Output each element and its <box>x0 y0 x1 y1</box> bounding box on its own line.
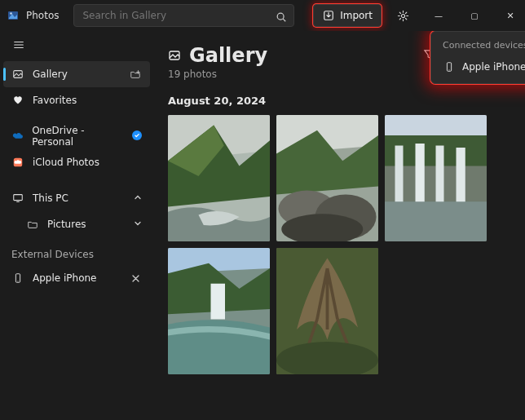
sidebar-item-gallery[interactable]: Gallery <box>3 61 150 87</box>
icloud-icon <box>11 156 24 169</box>
svg-point-12 <box>17 281 18 281</box>
sidebar-item-label: Apple iPhone <box>33 272 96 284</box>
import-icon <box>322 9 335 22</box>
import-button[interactable]: Import <box>313 4 382 27</box>
folder-icon <box>26 218 39 231</box>
svg-rect-35 <box>436 146 444 207</box>
popover-device-item[interactable]: Apple iPhone <box>436 55 525 78</box>
photo-thumbnail[interactable] <box>168 115 270 241</box>
gallery-heading-icon <box>168 49 181 62</box>
svg-rect-41 <box>211 284 226 320</box>
svg-line-4 <box>283 19 285 21</box>
sidebar-item-label: Favorites <box>33 95 77 106</box>
import-popover: Connected devices Apple iPhone <box>430 31 525 84</box>
minimize-button[interactable] <box>424 0 453 31</box>
date-group-header: August 20, 2024 <box>168 95 510 107</box>
svg-point-3 <box>277 13 284 20</box>
popover-device-label: Apple iPhone <box>462 61 525 73</box>
import-label: Import <box>340 10 373 21</box>
phone-icon <box>11 272 24 285</box>
add-folder-icon[interactable] <box>129 68 142 81</box>
external-devices-header: External Devices <box>3 237 150 265</box>
app-title: Photos <box>26 10 59 21</box>
svg-point-2 <box>10 12 11 14</box>
svg-rect-31 <box>385 115 487 135</box>
svg-rect-34 <box>416 144 425 207</box>
sync-badge-icon <box>132 130 142 143</box>
sidebar-item-this-pc[interactable]: This PC <box>3 185 150 211</box>
sidebar: Gallery Favorites OneDrive - Personal <box>0 31 153 420</box>
sidebar-item-onedrive[interactable]: OneDrive - Personal <box>3 123 150 149</box>
svg-point-6 <box>401 14 404 17</box>
sidebar-item-label: Pictures <box>47 219 86 230</box>
settings-button[interactable] <box>388 0 417 31</box>
close-window-button[interactable] <box>496 0 525 31</box>
photo-thumbnail[interactable] <box>276 115 378 241</box>
svg-rect-33 <box>395 146 404 207</box>
sidebar-item-iphone[interactable]: Apple iPhone <box>3 265 150 291</box>
app-icon <box>7 9 20 22</box>
chevron-down-icon <box>134 219 142 230</box>
sidebar-item-label: iCloud Photos <box>33 157 99 168</box>
sidebar-item-favorites[interactable]: Favorites <box>3 87 150 113</box>
pc-icon <box>11 192 24 205</box>
maximize-button[interactable] <box>460 0 489 31</box>
popover-header: Connected devices <box>436 38 525 55</box>
onedrive-icon <box>11 130 24 143</box>
svg-rect-36 <box>457 148 465 207</box>
phone-icon <box>443 60 456 73</box>
sidebar-item-label: This PC <box>33 192 68 204</box>
search-icon[interactable] <box>275 11 287 24</box>
svg-rect-10 <box>14 195 23 201</box>
photo-grid <box>168 115 510 374</box>
photo-thumbnail[interactable] <box>276 248 378 374</box>
eject-device-icon[interactable] <box>129 272 142 285</box>
photo-thumbnail[interactable] <box>168 248 270 374</box>
svg-point-19 <box>448 69 449 70</box>
gallery-icon <box>11 68 24 81</box>
photo-thumbnail[interactable] <box>385 115 487 241</box>
svg-rect-37 <box>385 201 487 241</box>
sidebar-item-pictures[interactable]: Pictures <box>3 211 150 237</box>
search-input[interactable] <box>73 4 294 27</box>
chevron-up-icon <box>134 192 142 204</box>
hamburger-button[interactable] <box>3 34 150 61</box>
heart-icon <box>11 94 24 107</box>
sidebar-item-label: Gallery <box>33 69 68 80</box>
page-title: Gallery <box>189 44 267 67</box>
sidebar-item-label: OneDrive - Personal <box>32 125 124 148</box>
sidebar-item-icloud[interactable]: iCloud Photos <box>3 149 150 175</box>
